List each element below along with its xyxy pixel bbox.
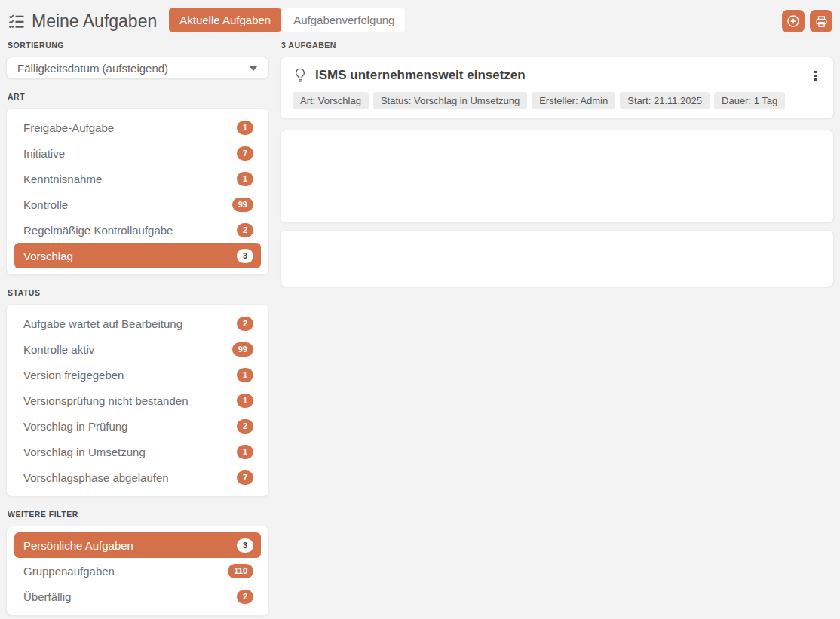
- chevron-down-icon: [249, 66, 258, 71]
- task-title: ISMS unternehmensweit einsetzen: [315, 68, 526, 83]
- filter-item-aufgabe-wartet[interactable]: Aufgabe wartet auf Bearbeitung 2: [14, 311, 261, 336]
- filter-item-vorschlag[interactable]: Vorschlag 3: [14, 243, 261, 268]
- filter-item-vorschlagsphase-abgelaufen[interactable]: Vorschlagsphase abgelaufen 7: [14, 464, 261, 490]
- task-card[interactable]: ISMS unternehmensweit einsetzen Art: Vor…: [280, 57, 834, 119]
- filter-label: Vorschlag: [23, 250, 73, 262]
- filter-item-persoenliche-aufgaben[interactable]: Persönliche Aufgaben 3: [14, 532, 261, 558]
- filter-item-versionspruefung[interactable]: Versionsprüfung nicht bestanden 1: [14, 388, 261, 413]
- task-list-icon: [8, 12, 26, 30]
- filter-item-gruppenaufgaben[interactable]: Gruppenaufgaben 110: [14, 558, 261, 584]
- count-badge: 2: [237, 317, 253, 331]
- tab-bar: Aktuelle Aufgaben Aufgabenverfolgung: [169, 8, 405, 32]
- status-filter-panel: Aufgabe wartet auf Bearbeitung 2 Kontrol…: [6, 304, 269, 497]
- count-badge: 3: [237, 538, 253, 553]
- filter-item-kontrolle-aktiv[interactable]: Kontrolle aktiv 99: [14, 336, 261, 362]
- filter-item-kenntnisnahme[interactable]: Kenntnisnahme 1: [14, 166, 261, 192]
- badge-ersteller: Ersteller: Admin: [532, 92, 615, 109]
- header-actions: [782, 10, 832, 32]
- art-filter-panel: Freigabe-Aufgabe 1 Initiative 7 Kenntnis…: [6, 108, 269, 275]
- task-card-empty[interactable]: [280, 230, 834, 287]
- filter-label: Freigabe-Aufgabe: [23, 121, 114, 134]
- filter-label: Kontrolle: [23, 198, 68, 211]
- sort-section-label: SORTIERUNG: [8, 41, 269, 50]
- printer-icon: [814, 14, 829, 29]
- count-badge: 1: [237, 368, 253, 382]
- filter-label: Kontrolle aktiv: [23, 343, 94, 356]
- filter-label: Gruppenaufgaben: [23, 565, 115, 578]
- lightbulb-icon: [293, 67, 308, 84]
- filter-label: Vorschlagsphase abgelaufen: [23, 471, 169, 484]
- task-list-area: 3 AUFGABEN ISMS unternehmensweit einsetz…: [280, 35, 834, 287]
- tab-aktuelle-aufgaben[interactable]: Aktuelle Aufgaben: [169, 8, 281, 32]
- badge-status: Status: Vorschlag in Umsetzung: [373, 92, 527, 109]
- filter-item-freigabe-aufgabe[interactable]: Freigabe-Aufgabe 1: [14, 115, 261, 140]
- filter-label: Überfällig: [23, 590, 71, 603]
- print-button[interactable]: [810, 10, 832, 32]
- filter-item-regelmaessige-kontrollaufgabe[interactable]: Regelmäßige Kontrollaufgabe 2: [14, 217, 261, 243]
- kebab-menu-icon[interactable]: [810, 68, 821, 84]
- badge-dauer: Dauer: 1 Tag: [714, 92, 785, 109]
- task-title-row: ISMS unternehmensweit einsetzen: [293, 66, 821, 84]
- page-title: Meine Aufgaben: [32, 11, 157, 32]
- count-badge: 1: [237, 394, 253, 408]
- content-layout: SORTIERUNG Fälligkeitsdatum (aufsteigend…: [0, 35, 840, 616]
- task-badges: Art: Vorschlag Status: Vorschlag in Umse…: [293, 92, 821, 109]
- add-task-button[interactable]: [782, 10, 805, 32]
- count-badge: 1: [237, 172, 253, 186]
- filter-label: Regelmäßige Kontrollaufgabe: [23, 224, 173, 237]
- count-badge: 1: [237, 445, 253, 459]
- filter-label: Version freigegeben: [23, 369, 124, 382]
- count-badge: 7: [237, 146, 253, 161]
- count-badge: 2: [237, 590, 253, 604]
- count-badge: 110: [228, 564, 253, 578]
- art-section-label: ART: [8, 92, 269, 101]
- badge-art: Art: Vorschlag: [293, 92, 369, 109]
- plus-circle-icon: [786, 14, 801, 29]
- sort-dropdown[interactable]: Fälligkeitsdatum (aufsteigend): [6, 57, 269, 79]
- filter-sidebar: SORTIERUNG Fälligkeitsdatum (aufsteigend…: [6, 35, 269, 616]
- filter-item-initiative[interactable]: Initiative 7: [14, 140, 261, 166]
- tab-aufgabenverfolgung[interactable]: Aufgabenverfolgung: [283, 8, 405, 32]
- filter-label: Vorschlag in Prüfung: [23, 420, 127, 433]
- filter-label: Aufgabe wartet auf Bearbeitung: [23, 317, 182, 330]
- filter-label: Vorschlag in Umsetzung: [23, 446, 146, 458]
- count-badge: 1: [237, 121, 253, 135]
- count-badge: 99: [232, 198, 253, 212]
- filter-item-kontrolle[interactable]: Kontrolle 99: [14, 192, 261, 217]
- count-badge: 2: [237, 223, 253, 237]
- task-count-label: 3 AUFGABEN: [281, 41, 834, 50]
- filter-label: Persönliche Aufgaben: [23, 539, 133, 552]
- count-badge: 7: [237, 470, 253, 485]
- status-section-label: STATUS: [8, 288, 269, 297]
- filter-label: Kenntnisnahme: [23, 173, 102, 185]
- weitere-filter-panel: Persönliche Aufgaben 3 Gruppenaufgaben 1…: [6, 526, 269, 616]
- count-badge: 3: [237, 249, 253, 263]
- filter-label: Initiative: [23, 147, 65, 160]
- filter-label: Versionsprüfung nicht bestanden: [23, 394, 189, 407]
- filter-item-vorschlag-in-umsetzung[interactable]: Vorschlag in Umsetzung 1: [14, 439, 261, 464]
- badge-start: Start: 21.11.2025: [620, 92, 710, 109]
- filter-item-ueberfaellig[interactable]: Überfällig 2: [14, 584, 261, 609]
- task-card-empty[interactable]: [280, 130, 834, 223]
- count-badge: 99: [232, 342, 253, 357]
- sort-dropdown-value: Fälligkeitsdatum (aufsteigend): [17, 62, 168, 75]
- filter-item-vorschlag-in-pruefung[interactable]: Vorschlag in Prüfung 2: [14, 413, 261, 439]
- header: Meine Aufgaben Aktuelle Aufgaben Aufgabe…: [0, 0, 840, 35]
- filter-item-version-freigegeben[interactable]: Version freigegeben 1: [14, 362, 261, 388]
- count-badge: 2: [237, 419, 253, 434]
- weitere-filter-section-label: WEITERE FILTER: [8, 510, 269, 519]
